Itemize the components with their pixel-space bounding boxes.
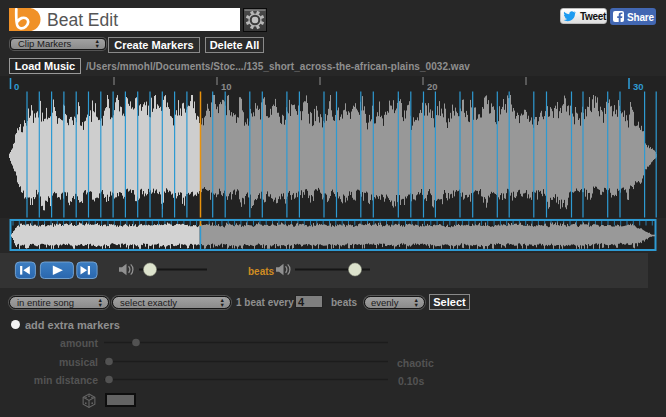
svg-text:0: 0 bbox=[14, 81, 19, 92]
svg-text:10: 10 bbox=[221, 81, 232, 92]
svg-text:20: 20 bbox=[427, 81, 438, 92]
svg-text:30: 30 bbox=[633, 81, 644, 92]
